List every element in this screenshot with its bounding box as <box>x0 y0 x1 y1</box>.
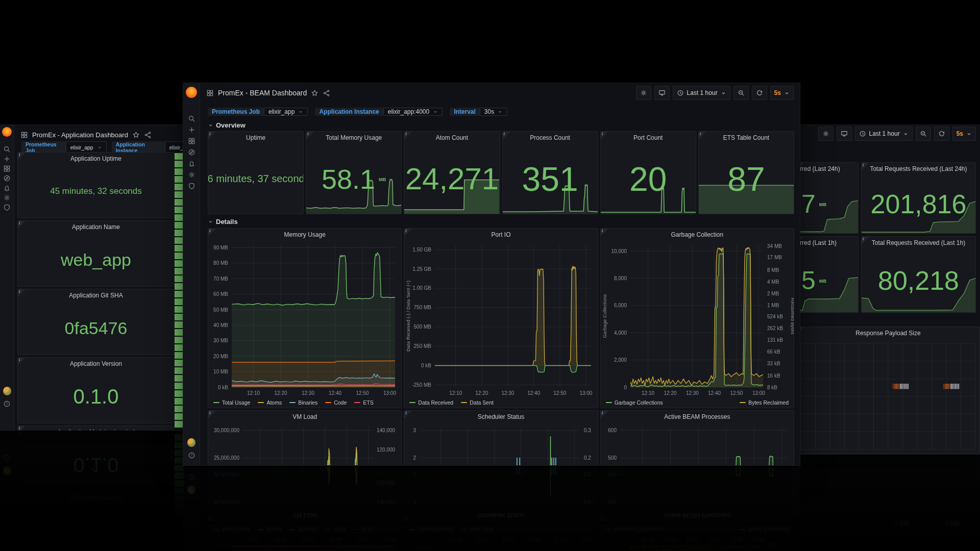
legend-item[interactable]: Garbage Collections <box>606 399 663 406</box>
panel-info-corner[interactable]: i <box>404 132 412 139</box>
variable-value-select[interactable]: elixir_app:4000 <box>383 108 443 116</box>
legend-item[interactable]: Binaries <box>289 399 317 406</box>
cycle-view-button[interactable] <box>837 127 852 141</box>
section-details[interactable]: Details <box>208 218 238 226</box>
panel-info-corner[interactable]: i <box>601 132 608 139</box>
axis-tick-label: 3 <box>413 428 416 433</box>
panel-info-corner[interactable]: i <box>601 411 608 418</box>
sidebar-item-search[interactable] <box>187 114 195 122</box>
axis-tick-label: 12:50 <box>356 390 369 396</box>
panel-info-corner[interactable]: i <box>208 132 216 139</box>
panel-info-corner[interactable]: i <box>503 132 510 139</box>
axis-tick-label: 0 <box>624 385 627 390</box>
panel-info-corner[interactable]: i <box>208 229 216 236</box>
dashboard-title: PromEx - Application Dashboard <box>32 131 128 139</box>
share-icon[interactable] <box>323 89 330 97</box>
legend-item[interactable]: ETS <box>354 399 373 406</box>
axis-tick-label: 0 kB <box>218 385 228 390</box>
axis-tick-label: 500 MB <box>414 324 432 330</box>
panel-info-corner[interactable]: i <box>18 426 26 430</box>
sidebar-item-bell[interactable] <box>3 184 11 192</box>
series-line <box>620 456 788 465</box>
sidebar-item-shield[interactable] <box>187 182 195 190</box>
refresh-button[interactable] <box>752 86 767 100</box>
stat-number: 5 <box>801 266 816 295</box>
legend-item[interactable]: Data Sent <box>461 399 494 406</box>
stat-value: 201,816 <box>862 175 975 233</box>
panel-info-corner[interactable]: i <box>699 132 706 139</box>
zoom-out-button[interactable] <box>733 86 749 100</box>
panel-title: Application Modules Loaded <box>18 426 174 430</box>
variables-row: Prometheus Jobelixir_appApplication Inst… <box>208 105 794 119</box>
legend-item[interactable]: Data Received <box>409 399 453 406</box>
sidebar-item-gear[interactable] <box>3 193 11 202</box>
bell-icon <box>3 184 11 192</box>
panel-info-corner[interactable]: i <box>306 132 314 139</box>
stat-number: 80,218 <box>878 265 959 296</box>
apps-icon <box>188 137 195 145</box>
variable-label: Interval <box>450 108 480 116</box>
sidebar-item-search[interactable] <box>3 145 11 153</box>
heatmap-cell <box>958 384 960 389</box>
panel-info-corner[interactable]: i <box>18 153 26 160</box>
sidebar-item-apps[interactable] <box>187 137 195 145</box>
dashboard-settings-button[interactable] <box>818 127 834 141</box>
refresh-button[interactable] <box>934 127 949 141</box>
legend-item[interactable]: Code <box>325 399 347 406</box>
svg-text:?: ? <box>190 454 192 457</box>
refresh-interval-select[interactable]: 5s <box>770 86 794 100</box>
zoom-out-button[interactable] <box>916 127 931 141</box>
section-label: Details <box>216 218 238 226</box>
legend-item[interactable]: Bytes Reclaimed <box>740 399 789 406</box>
sidebar-item-gear[interactable] <box>187 170 195 179</box>
sidebar-item-plus[interactable] <box>187 126 195 134</box>
gauge-block <box>175 184 184 190</box>
sidebar-item-shield[interactable] <box>3 203 11 211</box>
variable-value-select[interactable]: elixir_app <box>264 108 308 116</box>
sidebar-item-avatar[interactable] <box>3 387 11 395</box>
axis-tick-label: 0 kB <box>421 363 431 368</box>
star-icon[interactable] <box>311 89 318 97</box>
section-overview[interactable]: Overview <box>208 121 246 129</box>
legend-color-swatch <box>409 402 415 403</box>
sidebar-item-help[interactable]: ? <box>3 399 11 408</box>
heatmap-cell <box>903 384 904 389</box>
panel-title: Total Requests Received (Last 24h) <box>862 163 975 175</box>
sidebar-item-plus[interactable] <box>3 155 11 163</box>
panel-info-corner[interactable]: i <box>208 411 216 418</box>
variable-value-select[interactable]: 30s <box>480 108 507 116</box>
chart-legend: Garbage CollectionsBytes Reclaimed <box>606 398 789 407</box>
legend-item[interactable]: Atoms <box>258 399 282 406</box>
dashboard-settings-button[interactable] <box>636 86 651 100</box>
time-range-picker[interactable]: Last 1 hour <box>673 86 730 100</box>
panel-info-corner[interactable]: i <box>18 289 26 297</box>
heatmap-cell <box>957 384 958 389</box>
panel-info-corner[interactable]: i <box>862 237 869 244</box>
panel-title: Application Git SHA <box>18 289 174 302</box>
panel-title: Response Payload Size <box>797 327 979 339</box>
panel-info-corner[interactable]: i <box>404 229 412 236</box>
refresh-interval-select[interactable]: 5s <box>952 127 976 141</box>
sidebar-item-compass[interactable] <box>187 148 195 156</box>
cycle-view-button[interactable] <box>654 86 670 100</box>
sidebar-item-apps[interactable] <box>3 164 11 172</box>
gauge-block <box>175 291 184 297</box>
legend-item[interactable]: Total Usage <box>213 399 250 406</box>
sidebar-item-compass[interactable] <box>3 174 11 182</box>
star-icon[interactable] <box>132 131 140 139</box>
sidebar-item-bell[interactable] <box>187 159 195 167</box>
grafana-logo[interactable] <box>2 127 12 137</box>
sidebar-item-avatar[interactable] <box>187 438 195 446</box>
panel-title: ETS Table Count <box>699 132 794 144</box>
panel-info-corner[interactable]: i <box>404 411 412 418</box>
share-icon[interactable] <box>144 131 152 139</box>
grafana-logo[interactable] <box>186 87 197 98</box>
gauge-block <box>175 314 184 320</box>
panel-info-corner[interactable]: i <box>18 358 26 365</box>
axis-tick-label: 80 MB <box>213 260 228 266</box>
sidebar-item-help[interactable]: ? <box>187 451 195 459</box>
time-range-picker[interactable]: Last 1 hour <box>855 127 913 141</box>
panel-info-corner[interactable]: i <box>601 229 608 236</box>
panel-info-corner[interactable]: i <box>18 221 26 229</box>
panel-info-corner[interactable]: i <box>862 163 869 170</box>
